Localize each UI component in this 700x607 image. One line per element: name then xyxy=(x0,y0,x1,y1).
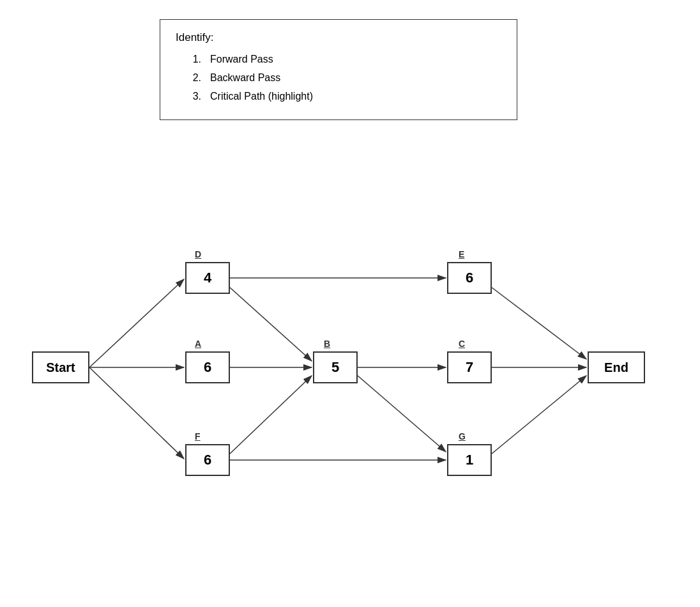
list-num-2: 2. xyxy=(188,69,201,88)
node-start-label: Start xyxy=(46,360,75,375)
node-F: 6 xyxy=(185,444,230,476)
node-D-value: 4 xyxy=(204,270,211,286)
node-B-value: 5 xyxy=(331,359,339,376)
node-G-value: 1 xyxy=(466,452,473,468)
node-C: 7 xyxy=(447,351,492,383)
instruction-list: 1. Forward Pass 2. Backward Pass 3. Crit… xyxy=(176,50,501,105)
node-A: 6 xyxy=(185,351,230,383)
node-F-label: F xyxy=(195,431,201,442)
instruction-box: Identify: 1. Forward Pass 2. Backward Pa… xyxy=(160,19,517,120)
svg-line-1 xyxy=(89,279,184,367)
list-text-3: Critical Path (highlight) xyxy=(210,88,313,106)
node-C-label: C xyxy=(459,339,465,349)
svg-line-10 xyxy=(358,376,446,452)
node-G: 1 xyxy=(447,444,492,476)
node-C-value: 7 xyxy=(466,359,473,376)
node-D: 4 xyxy=(185,262,230,294)
list-num-1: 1. xyxy=(188,50,201,69)
node-F-value: 6 xyxy=(204,452,211,468)
svg-line-5 xyxy=(230,288,312,361)
node-end-label: End xyxy=(604,360,628,375)
node-B: 5 xyxy=(313,351,358,383)
list-text-1: Forward Pass xyxy=(210,50,273,69)
svg-line-11 xyxy=(492,288,586,359)
node-D-label: D xyxy=(195,249,201,259)
list-num-3: 3. xyxy=(188,88,201,106)
svg-line-13 xyxy=(492,376,586,454)
svg-line-7 xyxy=(230,376,312,454)
list-item-2: 2. Backward Pass xyxy=(188,69,501,88)
node-E-value: 6 xyxy=(466,270,473,286)
node-start: Start xyxy=(32,351,89,383)
node-E-label: E xyxy=(459,249,464,259)
instruction-title: Identify: xyxy=(176,31,501,44)
node-A-value: 6 xyxy=(204,359,211,376)
node-A-label: A xyxy=(195,339,201,349)
list-text-2: Backward Pass xyxy=(210,69,280,88)
node-end: End xyxy=(588,351,645,383)
network-diagram: Start 4 D 6 A 6 F 5 B 6 E 7 C 1 G End xyxy=(0,198,700,594)
svg-line-3 xyxy=(89,367,184,459)
list-item-1: 1. Forward Pass xyxy=(188,50,501,69)
node-B-label: B xyxy=(324,339,330,349)
arrows-svg xyxy=(0,198,700,594)
list-item-3: 3. Critical Path (highlight) xyxy=(188,88,501,106)
node-E: 6 xyxy=(447,262,492,294)
node-G-label: G xyxy=(459,431,466,442)
